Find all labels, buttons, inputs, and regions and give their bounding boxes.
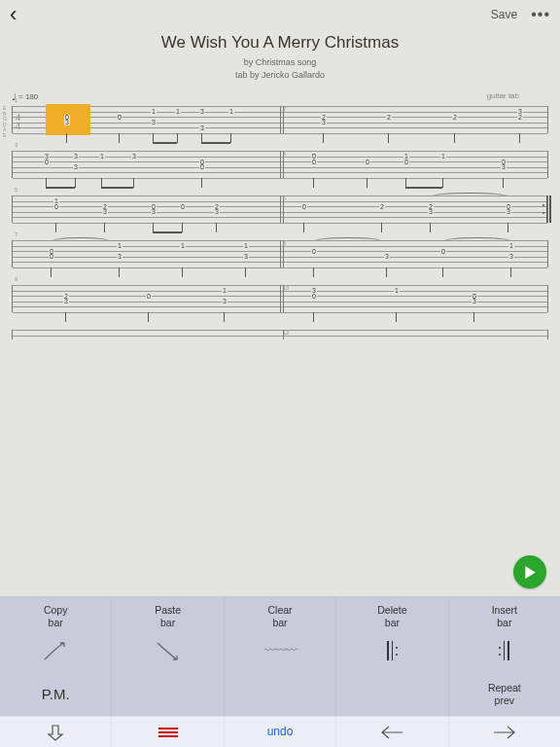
page-title: We Wish You A Merry Christmas (0, 33, 560, 53)
bar-number: 4 (283, 151, 284, 178)
prev-button[interactable] (336, 717, 448, 747)
slide-down-icon (154, 640, 183, 661)
repeat-start-button[interactable] (336, 629, 448, 672)
bar-number: 12 (283, 330, 284, 339)
bar-number: 10 (283, 285, 284, 312)
editor-toolbar: Copy bar Paste bar Clear bar Delete bar … (0, 596, 560, 747)
play-icon (524, 566, 537, 579)
accent-icon (158, 728, 178, 737)
arrow-left-icon (379, 725, 404, 740)
staff-row-2[interactable]: 3 4 30 33 1 3 00 00 0 10 1 03 (12, 151, 548, 178)
tab-author: tab by Jericko Gallardo (0, 70, 560, 80)
bar-number: 9 (15, 276, 18, 282)
clear-bar-button[interactable]: Clear bar (225, 596, 336, 629)
bar-number: 5 (15, 187, 18, 193)
copy-bar-button[interactable]: Copy bar (0, 596, 112, 629)
more-menu-icon[interactable]: ••• (531, 6, 550, 23)
bar-number: 2 (283, 106, 284, 133)
accent-button[interactable] (112, 717, 224, 747)
bar-number: 7 (15, 231, 18, 237)
tab-sheet[interactable]: ♩ = 180 guitar tab EBGDAE 1 2 44 03 0 13… (0, 89, 560, 339)
next-button[interactable] (449, 717, 560, 747)
vibrato-icon: 〰〰〰 (264, 645, 297, 658)
vibrato-button[interactable]: 〰〰〰 (225, 629, 336, 672)
arrow-down-icon (46, 723, 65, 742)
paste-bar-button[interactable]: Paste bar (112, 596, 224, 629)
repeat-start-icon (387, 641, 398, 660)
down-button[interactable] (0, 717, 112, 747)
repeat-end-button[interactable] (449, 629, 560, 672)
bar-number: 3 (15, 142, 18, 148)
tool-empty (112, 673, 224, 716)
palm-mute-button[interactable]: P.M. (0, 673, 112, 716)
tool-empty (336, 673, 448, 716)
back-button[interactable]: ‹ (10, 2, 17, 27)
staff-row-3[interactable]: 5 6 10 23 03 0 23 0 2 23 03 (12, 196, 548, 223)
staff-row-4[interactable]: 7 8 00 13 1 13 0 3 0 13 (12, 240, 548, 267)
track-name: guitar tab (487, 91, 548, 102)
delete-bar-button[interactable]: Delete bar (336, 596, 448, 629)
repeat-end-icon (545, 196, 551, 223)
byline: by Christmas song (0, 57, 560, 67)
repeat-prev-button[interactable]: Repeat prev (449, 673, 560, 716)
time-signature: 44 (16, 113, 20, 130)
bar-number: 1 (15, 97, 18, 103)
slide-down-button[interactable] (112, 629, 224, 672)
string-labels: EBGDAE (3, 106, 7, 138)
play-button[interactable] (513, 555, 546, 588)
undo-button[interactable]: undo (225, 717, 336, 747)
tool-empty (225, 673, 336, 716)
staff-row-5[interactable]: 9 10 23 0 13 30 1 03 (12, 285, 548, 312)
bar-number: 6 (283, 196, 284, 223)
slide-up-icon (41, 640, 70, 661)
arrow-right-icon (492, 725, 517, 740)
repeat-end-icon (499, 641, 509, 660)
save-button[interactable]: Save (491, 8, 517, 21)
bar-number: 8 (283, 240, 284, 267)
slide-up-button[interactable] (0, 629, 112, 672)
staff-row-1[interactable]: 1 2 44 03 0 13 1 33 1 23 2 2 32 (12, 106, 548, 133)
insert-bar-button[interactable]: Insert bar (449, 596, 560, 629)
staff-row-6[interactable]: 11 12 (12, 330, 548, 339)
